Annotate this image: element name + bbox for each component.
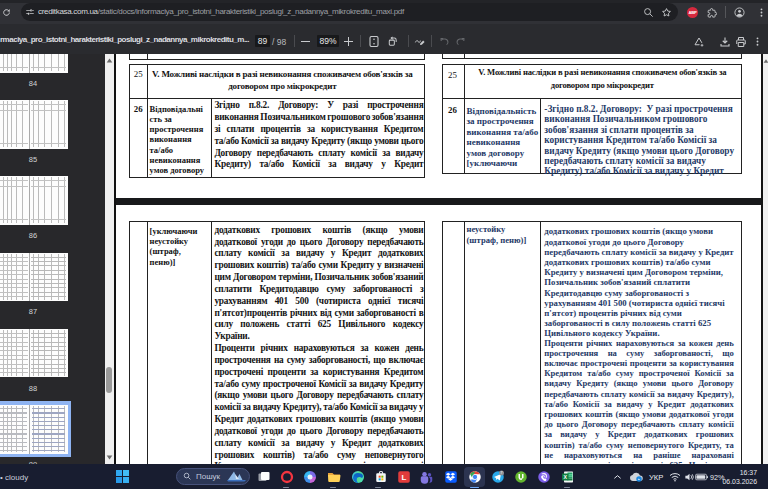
svg-text:7: 7	[501, 471, 503, 475]
svg-text:L: L	[402, 473, 407, 482]
svg-text:X: X	[563, 474, 567, 480]
